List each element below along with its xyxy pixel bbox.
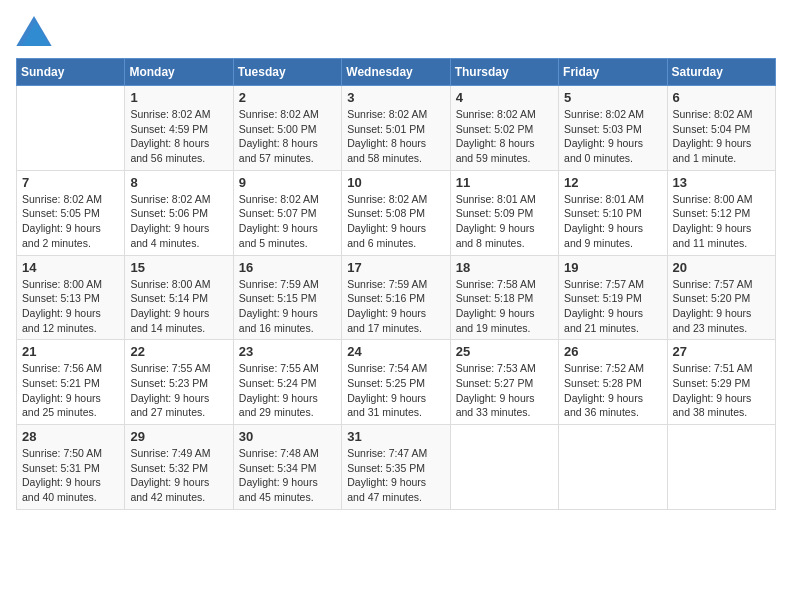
calendar-cell: 18Sunrise: 7:58 AMSunset: 5:18 PMDayligh… <box>450 255 558 340</box>
page-header <box>16 16 776 46</box>
day-number: 19 <box>564 260 661 275</box>
calendar-cell: 20Sunrise: 7:57 AMSunset: 5:20 PMDayligh… <box>667 255 775 340</box>
calendar-cell: 30Sunrise: 7:48 AMSunset: 5:34 PMDayligh… <box>233 425 341 510</box>
day-number: 21 <box>22 344 119 359</box>
day-number: 27 <box>673 344 770 359</box>
day-number: 1 <box>130 90 227 105</box>
calendar-cell: 8Sunrise: 8:02 AMSunset: 5:06 PMDaylight… <box>125 170 233 255</box>
day-number: 29 <box>130 429 227 444</box>
day-info: Sunrise: 8:00 AMSunset: 5:14 PMDaylight:… <box>130 277 227 336</box>
calendar-cell: 16Sunrise: 7:59 AMSunset: 5:15 PMDayligh… <box>233 255 341 340</box>
day-info: Sunrise: 7:52 AMSunset: 5:28 PMDaylight:… <box>564 361 661 420</box>
calendar-cell: 11Sunrise: 8:01 AMSunset: 5:09 PMDayligh… <box>450 170 558 255</box>
calendar-cell <box>667 425 775 510</box>
day-of-week-header: Friday <box>559 59 667 86</box>
calendar-cell: 10Sunrise: 8:02 AMSunset: 5:08 PMDayligh… <box>342 170 450 255</box>
calendar-cell: 7Sunrise: 8:02 AMSunset: 5:05 PMDaylight… <box>17 170 125 255</box>
calendar-cell: 21Sunrise: 7:56 AMSunset: 5:21 PMDayligh… <box>17 340 125 425</box>
day-info: Sunrise: 8:02 AMSunset: 5:01 PMDaylight:… <box>347 107 444 166</box>
day-of-week-header: Sunday <box>17 59 125 86</box>
day-info: Sunrise: 8:02 AMSunset: 5:03 PMDaylight:… <box>564 107 661 166</box>
day-info: Sunrise: 8:02 AMSunset: 5:05 PMDaylight:… <box>22 192 119 251</box>
day-number: 30 <box>239 429 336 444</box>
day-number: 3 <box>347 90 444 105</box>
day-number: 11 <box>456 175 553 190</box>
calendar-cell <box>450 425 558 510</box>
day-info: Sunrise: 7:59 AMSunset: 5:15 PMDaylight:… <box>239 277 336 336</box>
day-info: Sunrise: 7:47 AMSunset: 5:35 PMDaylight:… <box>347 446 444 505</box>
day-info: Sunrise: 7:55 AMSunset: 5:24 PMDaylight:… <box>239 361 336 420</box>
calendar-cell: 22Sunrise: 7:55 AMSunset: 5:23 PMDayligh… <box>125 340 233 425</box>
day-info: Sunrise: 7:48 AMSunset: 5:34 PMDaylight:… <box>239 446 336 505</box>
day-info: Sunrise: 8:02 AMSunset: 5:06 PMDaylight:… <box>130 192 227 251</box>
calendar-cell: 31Sunrise: 7:47 AMSunset: 5:35 PMDayligh… <box>342 425 450 510</box>
calendar-cell: 23Sunrise: 7:55 AMSunset: 5:24 PMDayligh… <box>233 340 341 425</box>
calendar-week-row: 21Sunrise: 7:56 AMSunset: 5:21 PMDayligh… <box>17 340 776 425</box>
day-number: 10 <box>347 175 444 190</box>
calendar-cell: 5Sunrise: 8:02 AMSunset: 5:03 PMDaylight… <box>559 86 667 171</box>
calendar-cell: 19Sunrise: 7:57 AMSunset: 5:19 PMDayligh… <box>559 255 667 340</box>
day-number: 12 <box>564 175 661 190</box>
day-number: 7 <box>22 175 119 190</box>
calendar-cell: 2Sunrise: 8:02 AMSunset: 5:00 PMDaylight… <box>233 86 341 171</box>
day-number: 9 <box>239 175 336 190</box>
calendar-week-row: 28Sunrise: 7:50 AMSunset: 5:31 PMDayligh… <box>17 425 776 510</box>
day-of-week-header: Thursday <box>450 59 558 86</box>
day-number: 13 <box>673 175 770 190</box>
calendar-cell: 17Sunrise: 7:59 AMSunset: 5:16 PMDayligh… <box>342 255 450 340</box>
day-number: 25 <box>456 344 553 359</box>
day-number: 24 <box>347 344 444 359</box>
calendar-cell: 24Sunrise: 7:54 AMSunset: 5:25 PMDayligh… <box>342 340 450 425</box>
day-number: 23 <box>239 344 336 359</box>
calendar-week-row: 14Sunrise: 8:00 AMSunset: 5:13 PMDayligh… <box>17 255 776 340</box>
calendar-cell: 12Sunrise: 8:01 AMSunset: 5:10 PMDayligh… <box>559 170 667 255</box>
day-number: 8 <box>130 175 227 190</box>
calendar-cell: 27Sunrise: 7:51 AMSunset: 5:29 PMDayligh… <box>667 340 775 425</box>
day-number: 18 <box>456 260 553 275</box>
day-number: 5 <box>564 90 661 105</box>
calendar-cell: 26Sunrise: 7:52 AMSunset: 5:28 PMDayligh… <box>559 340 667 425</box>
day-number: 22 <box>130 344 227 359</box>
calendar-cell <box>17 86 125 171</box>
day-info: Sunrise: 7:59 AMSunset: 5:16 PMDaylight:… <box>347 277 444 336</box>
day-info: Sunrise: 7:57 AMSunset: 5:19 PMDaylight:… <box>564 277 661 336</box>
calendar-cell: 15Sunrise: 8:00 AMSunset: 5:14 PMDayligh… <box>125 255 233 340</box>
calendar-table: SundayMondayTuesdayWednesdayThursdayFrid… <box>16 58 776 510</box>
calendar-cell: 4Sunrise: 8:02 AMSunset: 5:02 PMDaylight… <box>450 86 558 171</box>
calendar-cell: 9Sunrise: 8:02 AMSunset: 5:07 PMDaylight… <box>233 170 341 255</box>
day-number: 26 <box>564 344 661 359</box>
day-info: Sunrise: 8:02 AMSunset: 5:02 PMDaylight:… <box>456 107 553 166</box>
day-number: 20 <box>673 260 770 275</box>
day-number: 31 <box>347 429 444 444</box>
day-info: Sunrise: 7:54 AMSunset: 5:25 PMDaylight:… <box>347 361 444 420</box>
day-info: Sunrise: 7:53 AMSunset: 5:27 PMDaylight:… <box>456 361 553 420</box>
day-info: Sunrise: 7:50 AMSunset: 5:31 PMDaylight:… <box>22 446 119 505</box>
day-of-week-header: Tuesday <box>233 59 341 86</box>
day-number: 14 <box>22 260 119 275</box>
day-info: Sunrise: 7:58 AMSunset: 5:18 PMDaylight:… <box>456 277 553 336</box>
day-of-week-header: Saturday <box>667 59 775 86</box>
calendar-week-row: 7Sunrise: 8:02 AMSunset: 5:05 PMDaylight… <box>17 170 776 255</box>
calendar-header-row: SundayMondayTuesdayWednesdayThursdayFrid… <box>17 59 776 86</box>
day-number: 6 <box>673 90 770 105</box>
day-info: Sunrise: 8:01 AMSunset: 5:09 PMDaylight:… <box>456 192 553 251</box>
day-number: 16 <box>239 260 336 275</box>
calendar-cell: 1Sunrise: 8:02 AMSunset: 4:59 PMDaylight… <box>125 86 233 171</box>
day-info: Sunrise: 8:02 AMSunset: 5:08 PMDaylight:… <box>347 192 444 251</box>
calendar-cell: 25Sunrise: 7:53 AMSunset: 5:27 PMDayligh… <box>450 340 558 425</box>
day-info: Sunrise: 7:49 AMSunset: 5:32 PMDaylight:… <box>130 446 227 505</box>
day-info: Sunrise: 8:02 AMSunset: 4:59 PMDaylight:… <box>130 107 227 166</box>
day-number: 2 <box>239 90 336 105</box>
calendar-cell: 13Sunrise: 8:00 AMSunset: 5:12 PMDayligh… <box>667 170 775 255</box>
day-info: Sunrise: 7:51 AMSunset: 5:29 PMDaylight:… <box>673 361 770 420</box>
day-number: 15 <box>130 260 227 275</box>
calendar-cell <box>559 425 667 510</box>
day-info: Sunrise: 8:02 AMSunset: 5:07 PMDaylight:… <box>239 192 336 251</box>
day-info: Sunrise: 8:02 AMSunset: 5:00 PMDaylight:… <box>239 107 336 166</box>
day-number: 4 <box>456 90 553 105</box>
calendar-cell: 29Sunrise: 7:49 AMSunset: 5:32 PMDayligh… <box>125 425 233 510</box>
day-info: Sunrise: 8:00 AMSunset: 5:12 PMDaylight:… <box>673 192 770 251</box>
day-info: Sunrise: 7:56 AMSunset: 5:21 PMDaylight:… <box>22 361 119 420</box>
day-info: Sunrise: 8:01 AMSunset: 5:10 PMDaylight:… <box>564 192 661 251</box>
day-info: Sunrise: 8:02 AMSunset: 5:04 PMDaylight:… <box>673 107 770 166</box>
